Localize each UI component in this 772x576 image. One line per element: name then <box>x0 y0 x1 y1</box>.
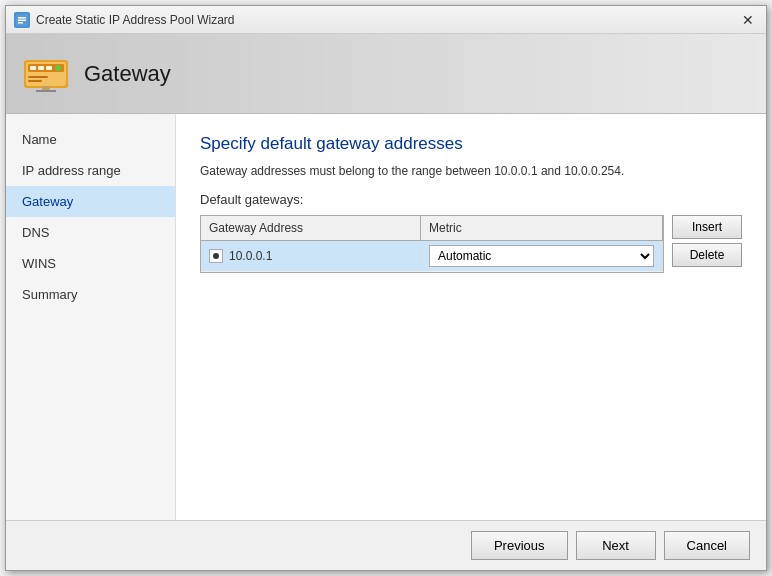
svg-rect-2 <box>18 19 26 21</box>
metric-select[interactable]: Automatic 1 2 5 10 <box>429 245 654 267</box>
title-bar: Create Static IP Address Pool Wizard ✕ <box>6 6 766 34</box>
svg-rect-9 <box>46 66 52 70</box>
svg-rect-8 <box>38 66 44 70</box>
insert-button[interactable]: Insert <box>672 215 742 239</box>
gateway-address-input[interactable] <box>229 249 412 263</box>
footer: Previous Next Cancel <box>6 520 766 570</box>
svg-rect-11 <box>28 76 48 78</box>
metric-cell[interactable]: Automatic 1 2 5 10 <box>421 241 663 271</box>
header-title: Gateway <box>84 61 171 87</box>
row-selector[interactable] <box>209 249 223 263</box>
svg-rect-12 <box>28 80 42 82</box>
next-button[interactable]: Next <box>576 531 656 560</box>
column-metric: Metric <box>421 216 663 240</box>
sidebar-item-ip-address-range[interactable]: IP address range <box>6 155 175 186</box>
description: Gateway addresses must belong to the ran… <box>200 164 742 178</box>
gateway-address-cell[interactable] <box>201 245 421 267</box>
table-container: Gateway Address Metric Automatic <box>200 215 664 273</box>
svg-rect-1 <box>18 17 26 19</box>
header-icon <box>22 50 70 98</box>
table-buttons: Insert Delete <box>672 215 742 273</box>
title-bar-icon <box>14 12 30 28</box>
delete-button[interactable]: Delete <box>672 243 742 267</box>
previous-button[interactable]: Previous <box>471 531 568 560</box>
sidebar: Name IP address range Gateway DNS WINS S… <box>6 114 176 520</box>
svg-point-10 <box>55 65 61 71</box>
gateway-table: Gateway Address Metric Automatic <box>200 215 664 273</box>
sidebar-item-gateway[interactable]: Gateway <box>6 186 175 217</box>
content-area: Name IP address range Gateway DNS WINS S… <box>6 114 766 520</box>
table-header: Gateway Address Metric <box>201 216 663 241</box>
column-gateway-address: Gateway Address <box>201 216 421 240</box>
title-bar-text: Create Static IP Address Pool Wizard <box>36 13 738 27</box>
table-row[interactable]: Automatic 1 2 5 10 <box>201 241 663 272</box>
main-content: Specify default gateway addresses Gatewa… <box>176 114 766 520</box>
main-title: Specify default gateway addresses <box>200 134 742 154</box>
header-banner: Gateway <box>6 34 766 114</box>
wizard-window: Create Static IP Address Pool Wizard ✕ G… <box>5 5 767 571</box>
sidebar-item-wins[interactable]: WINS <box>6 248 175 279</box>
cancel-button[interactable]: Cancel <box>664 531 750 560</box>
sidebar-item-dns[interactable]: DNS <box>6 217 175 248</box>
svg-rect-3 <box>18 22 23 24</box>
sidebar-item-summary[interactable]: Summary <box>6 279 175 310</box>
svg-rect-7 <box>30 66 36 70</box>
table-wrapper: Gateway Address Metric Automatic <box>200 215 742 273</box>
section-label: Default gateways: <box>200 192 742 207</box>
svg-rect-13 <box>42 86 50 90</box>
svg-rect-14 <box>36 90 56 92</box>
sidebar-item-name[interactable]: Name <box>6 124 175 155</box>
close-button[interactable]: ✕ <box>738 10 758 30</box>
